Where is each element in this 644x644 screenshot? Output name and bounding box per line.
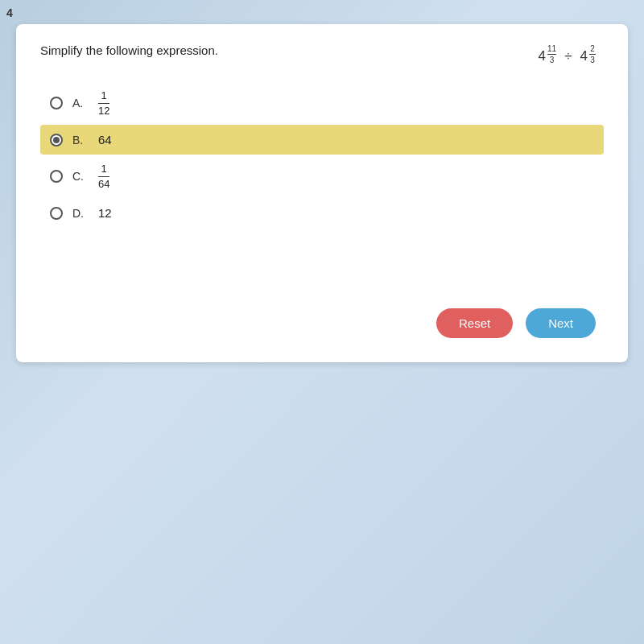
base2-with-exp: 4 2 3 (580, 44, 596, 64)
option-c-fraction: 1 64 (98, 163, 109, 190)
base1: 4 (539, 49, 546, 63)
screen: 4 Simplify the following expression. 4 1… (0, 0, 644, 644)
option-d[interactable]: D. 12 (40, 198, 604, 228)
exp2-denominator: 3 (590, 55, 595, 64)
reset-button[interactable]: Reset (436, 308, 513, 338)
question-card: Simplify the following expression. 4 11 … (16, 24, 628, 362)
exp1-numerator: 11 (547, 44, 556, 55)
radio-d (50, 207, 63, 220)
option-b-label: B. (72, 134, 89, 147)
option-c-numerator: 1 (98, 163, 109, 177)
radio-b (50, 134, 63, 147)
option-d-value: 12 (98, 206, 112, 220)
option-c-value: 1 64 (98, 163, 109, 190)
option-a-label: A. (72, 97, 89, 109)
option-a-value: 1 12 (98, 89, 109, 117)
next-button[interactable]: Next (526, 308, 596, 338)
exp2-fraction: 2 3 (589, 44, 596, 64)
base2: 4 (580, 49, 588, 63)
radio-a (50, 97, 63, 109)
option-a-numerator: 1 (98, 89, 109, 104)
math-expression: 4 11 3 ÷ 4 2 3 (539, 43, 596, 64)
option-b-value: 64 (98, 133, 112, 147)
radio-c (50, 170, 63, 183)
option-a[interactable]: A. 1 12 (40, 81, 604, 125)
exp1-fraction: 11 3 (547, 44, 556, 64)
options-container: A. 1 12 B. 64 C. 1 (40, 81, 604, 228)
operator: ÷ (564, 48, 572, 64)
option-c[interactable]: C. 1 64 (40, 155, 604, 198)
base1-with-exp: 4 11 3 (539, 44, 557, 64)
instruction-text: Simplify the following expression. (40, 43, 604, 57)
option-a-fraction: 1 12 (98, 89, 109, 117)
option-c-label: C. (72, 170, 89, 183)
option-c-denominator: 64 (98, 177, 109, 191)
question-number: 4 (6, 6, 13, 19)
exp2-numerator: 2 (589, 44, 596, 55)
exp1-denominator: 3 (550, 55, 555, 64)
option-d-label: D. (72, 207, 89, 220)
option-b[interactable]: B. 64 (40, 125, 604, 155)
option-a-denominator: 12 (98, 104, 109, 118)
buttons-row: Reset Next (436, 308, 596, 338)
